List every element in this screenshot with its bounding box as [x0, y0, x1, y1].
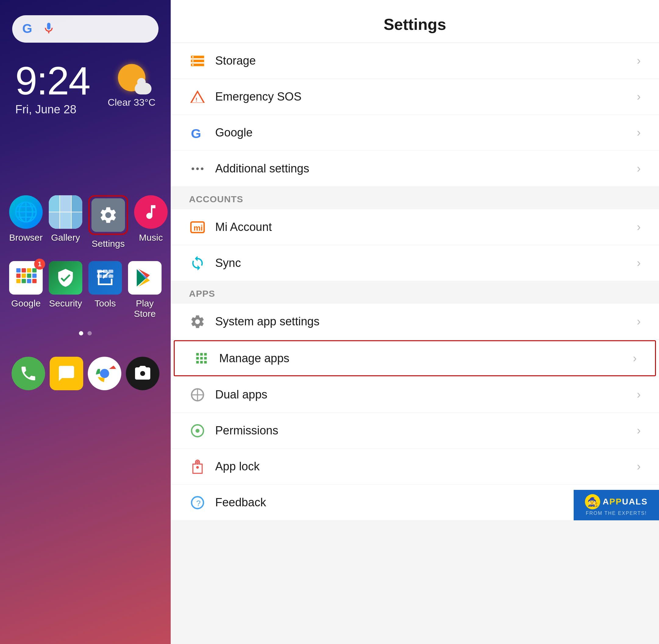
- svg-rect-12: [32, 279, 37, 283]
- svg-rect-10: [22, 279, 26, 283]
- settings-item-google[interactable]: G Google ›: [171, 115, 659, 151]
- emergency-sos-label: Emergency SOS: [215, 90, 628, 103]
- settings-highlight-border: [88, 195, 128, 235]
- settings-item-dual-apps[interactable]: Dual apps ›: [171, 377, 659, 413]
- playstore-icon: [128, 261, 161, 295]
- watermark: 🧙 APPUALS FROM THE EXPERTS!: [574, 490, 659, 520]
- settings-item-sync[interactable]: Sync ›: [171, 245, 659, 281]
- settings-title: Settings: [189, 15, 641, 33]
- dual-apps-label: Dual apps: [215, 388, 628, 401]
- music-label: Music: [139, 232, 163, 243]
- app-item-gallery[interactable]: Gallery: [49, 195, 82, 249]
- search-bar[interactable]: G: [12, 15, 158, 43]
- dock-item-chrome[interactable]: [88, 357, 121, 390]
- dock-item-phone[interactable]: [12, 357, 45, 390]
- browser-icon: [9, 195, 43, 229]
- permissions-chevron: ›: [637, 424, 641, 437]
- svg-rect-17: [103, 274, 108, 278]
- settings-panel: Settings Storage › ! Emergency SOS ›: [171, 0, 659, 644]
- additional-settings-label: Additional settings: [215, 162, 628, 175]
- date-display: Fri, June 28: [15, 103, 90, 116]
- bottom-dock: [0, 348, 171, 399]
- settings-item-system-apps[interactable]: System app settings ›: [171, 304, 659, 340]
- google-logo-icon: G: [21, 21, 37, 37]
- svg-rect-14: [103, 270, 108, 273]
- permissions-label: Permissions: [215, 424, 628, 437]
- settings-item-additional[interactable]: Additional settings ›: [171, 151, 659, 187]
- svg-rect-7: [27, 274, 31, 278]
- svg-text:?: ?: [196, 498, 201, 508]
- settings-list: Storage › ! Emergency SOS › G Google ›: [171, 43, 659, 521]
- dual-apps-icon: [189, 386, 206, 403]
- accounts-section-header: ACCOUNTS: [171, 187, 659, 209]
- app-item-settings[interactable]: Settings: [88, 195, 128, 249]
- svg-text:!: !: [196, 97, 198, 103]
- gallery-label: Gallery: [51, 232, 80, 243]
- app-item-security[interactable]: Security: [49, 261, 82, 319]
- security-label: Security: [49, 298, 82, 308]
- mi-account-chevron: ›: [637, 221, 641, 234]
- svg-rect-6: [22, 274, 26, 278]
- svg-rect-18: [109, 274, 113, 278]
- mi-account-label: Mi Account: [215, 221, 628, 234]
- browser-label: Browser: [9, 232, 43, 243]
- manage-apps-icon: [193, 350, 210, 367]
- app-item-google[interactable]: 1 Google: [9, 261, 43, 319]
- system-apps-chevron: ›: [637, 315, 641, 328]
- svg-rect-16: [97, 274, 102, 278]
- google-settings-icon: G: [189, 124, 206, 141]
- svg-rect-9: [17, 279, 21, 283]
- storage-label: Storage: [215, 54, 628, 67]
- svg-rect-13: [97, 270, 102, 273]
- gallery-icon: [49, 195, 82, 229]
- weather-cloud-icon: [135, 83, 152, 94]
- google-chevron: ›: [637, 126, 641, 139]
- svg-rect-8: [32, 274, 37, 278]
- settings-item-manage-apps[interactable]: Manage apps ›: [174, 340, 656, 376]
- svg-rect-5: [17, 274, 21, 278]
- mic-icon[interactable]: [42, 22, 56, 36]
- svg-rect-11: [27, 279, 31, 283]
- system-apps-icon: [189, 313, 206, 330]
- sync-chevron: ›: [637, 256, 641, 270]
- emergency-chevron: ›: [637, 90, 641, 103]
- system-apps-label: System app settings: [215, 315, 628, 328]
- page-indicator: [0, 331, 171, 336]
- app-item-browser[interactable]: Browser: [9, 195, 43, 249]
- app-grid-row1: Browser Gallery Settings: [0, 195, 171, 249]
- tools-label: Tools: [94, 298, 116, 308]
- watermark-tagline: FROM THE EXPERTS!: [586, 511, 647, 516]
- music-icon: [134, 195, 168, 229]
- messages-icon: [50, 357, 83, 390]
- app-lock-icon: [189, 458, 206, 475]
- svg-text:G: G: [22, 21, 32, 36]
- chrome-icon: [88, 357, 121, 390]
- settings-item-app-lock[interactable]: App lock ›: [171, 449, 659, 485]
- app-item-playstore[interactable]: Play Store: [128, 261, 161, 319]
- time-weather-widget: 9:24 Fri, June 28 Clear 33°C: [0, 43, 171, 116]
- dock-item-camera[interactable]: [126, 357, 159, 390]
- dock-item-messages[interactable]: [50, 357, 83, 390]
- svg-point-20: [101, 370, 108, 377]
- tools-icon: [88, 261, 122, 295]
- app-lock-label: App lock: [215, 460, 628, 473]
- settings-item-mi-account[interactable]: mi Mi Account ›: [171, 209, 659, 245]
- app-item-tools[interactable]: Tools: [88, 261, 122, 319]
- dual-apps-chevron: ›: [637, 388, 641, 401]
- settings-item-permissions[interactable]: Permissions ›: [171, 413, 659, 449]
- additional-chevron: ›: [637, 162, 641, 175]
- status-bar: [0, 0, 171, 6]
- settings-item-emergency[interactable]: ! Emergency SOS ›: [171, 79, 659, 115]
- storage-icon: [189, 52, 206, 69]
- additional-settings-icon: [189, 160, 206, 177]
- notification-badge: 1: [34, 259, 45, 270]
- mi-account-icon: mi: [189, 219, 206, 236]
- app-item-music[interactable]: Music: [134, 195, 168, 249]
- apps-section-header: APPS: [171, 281, 659, 304]
- svg-point-23: [192, 167, 195, 170]
- svg-rect-3: [27, 268, 31, 273]
- settings-item-storage[interactable]: Storage ›: [171, 43, 659, 79]
- svg-rect-4: [32, 268, 37, 273]
- settings-item-feedback[interactable]: ? Feedback › 🧙 APPUALS FROM THE EXPERTS!: [171, 485, 659, 521]
- manage-apps-label: Manage apps: [219, 352, 624, 365]
